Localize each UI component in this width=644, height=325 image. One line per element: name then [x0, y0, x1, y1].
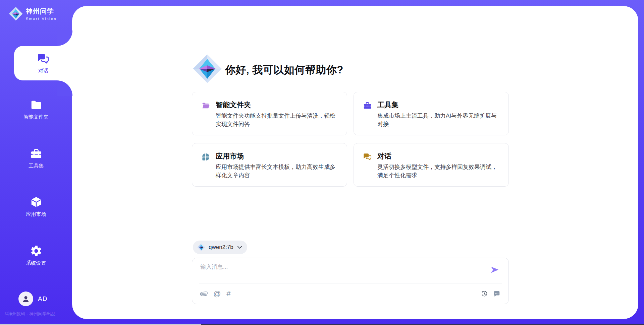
- card-title: 应用市场: [216, 152, 338, 160]
- message-composer: @ #: [192, 258, 509, 304]
- bottom-scrollbar-thumb[interactable]: [0, 324, 201, 325]
- card-title: 智能文件夹: [216, 101, 338, 109]
- paperclip-icon[interactable]: [200, 290, 208, 298]
- composer-toolbar: @ #: [199, 283, 502, 304]
- apps-icon: [201, 152, 210, 161]
- card-description: 应用市场提供丰富长文本模板，助力高效生成多样化文章内容: [216, 163, 340, 180]
- hash-icon[interactable]: #: [226, 290, 230, 298]
- card-description: 智能文件夹功能支持批量文件上传与清洗，轻松实现文件问答: [216, 112, 340, 128]
- toolbox-icon: [363, 101, 372, 110]
- chevron-down-icon: [237, 246, 242, 249]
- chat-bubbles-icon: [363, 152, 372, 161]
- send-icon[interactable]: [490, 265, 500, 275]
- history-icon[interactable]: [481, 290, 488, 298]
- card-app-market[interactable]: 应用市场 应用市场提供丰富长文本模板，助力高效生成多样化文章内容: [192, 143, 347, 187]
- bottom-scrollbar-track: [201, 324, 644, 325]
- model-diamond-icon: [197, 243, 205, 251]
- greeting-title: 你好, 我可以如何帮助你?: [225, 63, 343, 77]
- folder-open-icon: [201, 101, 210, 110]
- card-title: 对话: [377, 152, 500, 160]
- card-description: 集成市场上主流工具，助力AI与外界无缝扩展与对接: [377, 112, 502, 128]
- chat-dots-icon[interactable]: [493, 290, 500, 298]
- app-window: 对话 神州问学 Smart Vision 智能文件夹 工具集 应用市场 系统设置: [0, 0, 644, 325]
- greeting-diamond-logo: [193, 54, 222, 83]
- card-smart-folder[interactable]: 智能文件夹 智能文件夹功能支持批量文件上传与清洗，轻松实现文件问答: [192, 92, 347, 135]
- card-title: 工具集: [377, 101, 500, 109]
- model-selector[interactable]: qwen2:7b: [193, 241, 247, 254]
- model-name: qwen2:7b: [209, 244, 233, 251]
- main-content: 你好, 我可以如何帮助你? 智能文件夹 智能文件夹功能支持批量文件上传与清洗，轻…: [0, 0, 644, 325]
- card-toolset[interactable]: 工具集 集成市场上主流工具，助力AI与外界无缝扩展与对接: [354, 92, 509, 135]
- card-description: 灵活切换多模型文件，支持多样回复效果调试，满足个性化需求: [377, 163, 502, 180]
- message-input[interactable]: [200, 263, 482, 281]
- card-chat[interactable]: 对话 灵活切换多模型文件，支持多样回复效果调试，满足个性化需求: [354, 143, 509, 187]
- at-icon[interactable]: @: [213, 290, 221, 298]
